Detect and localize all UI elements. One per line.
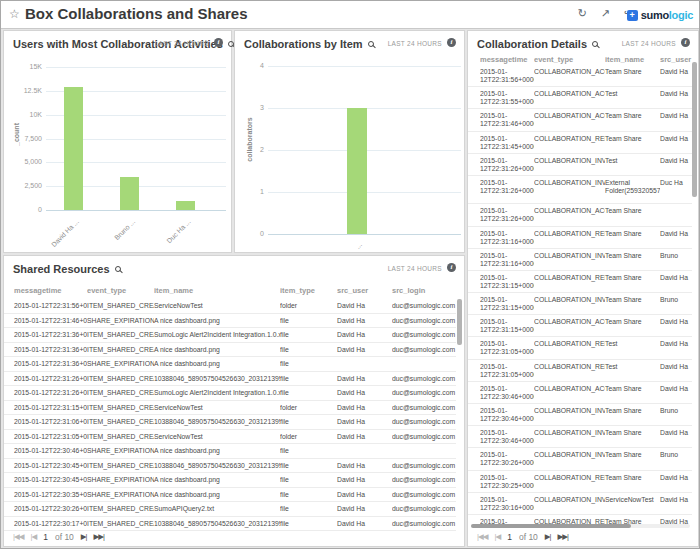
timestamp-line: 2015-01- xyxy=(480,496,531,504)
open-search-icon[interactable] xyxy=(115,266,121,272)
horizontal-scrollbar[interactable] xyxy=(471,524,690,528)
table-cell: Test xyxy=(605,340,660,358)
table-cell: file xyxy=(280,343,337,357)
table-cell: duc@sumologic.com xyxy=(392,517,456,531)
table-cell: 2015-01-12T22:30:35+0000 xyxy=(14,488,87,502)
timestamp-line: 12T22:31:16+0000 xyxy=(480,238,531,246)
table-cell: David Ha xyxy=(660,363,692,381)
table-cell: David Ha xyxy=(337,415,392,429)
table-cell: 2015-01-12T22:30:46+0000 xyxy=(480,429,534,447)
bar[interactable] xyxy=(120,177,139,210)
last-page-icon[interactable]: ▶▶| xyxy=(94,532,104,541)
table-header-row: messagetimeevent_typeitem_namesrc_user xyxy=(468,55,692,64)
page-number[interactable]: 1 xyxy=(507,532,512,542)
table-cell: Team Share xyxy=(605,407,660,425)
table-cell xyxy=(660,207,692,225)
info-icon[interactable]: i xyxy=(447,263,456,272)
table-body: 2015-01-12T22:31:56+0000ITEM_SHARED_CREA… xyxy=(4,299,456,531)
table-cell: 2015-01-12T22:30:45+0000 xyxy=(14,473,87,487)
bar[interactable] xyxy=(64,87,83,210)
table-row: 2015-01-12T22:31:36+0000ITEM_SHARED_CREA… xyxy=(4,343,456,358)
table-row: 2015-01-12T22:31:15+0000COLLABORATION_IN… xyxy=(468,293,692,315)
table-cell: COLLABORATION_REMOVE xyxy=(534,274,605,292)
timestamp-line: 2015-01- xyxy=(480,296,531,304)
table-cell: Test xyxy=(605,363,660,381)
prev-page-icon[interactable]: |◀ xyxy=(494,532,500,541)
page-number[interactable]: 1 xyxy=(43,532,48,542)
table-cell: COLLABORATION_REMOVE xyxy=(534,135,605,153)
table-cell: SHARE_EXPIRATION xyxy=(87,488,154,502)
column-header: event_type xyxy=(534,55,605,64)
table-cell: file xyxy=(280,502,337,516)
table-cell: COLLABORATION_ACCEPT xyxy=(534,90,605,108)
bar[interactable] xyxy=(347,108,367,234)
table-cell: COLLABORATION_INVITE xyxy=(534,407,605,425)
table-row: 2015-01-12T22:31:26+0000COLLABORATION_IN… xyxy=(468,176,692,204)
bar[interactable] xyxy=(176,201,195,210)
table-cell: Team Share xyxy=(605,252,660,270)
table-cell: 2015-01-12T22:31:36+0000 xyxy=(14,328,87,342)
table-cell: David Ha xyxy=(337,502,392,516)
vertical-scrollbar[interactable] xyxy=(692,62,697,197)
y-tick-label: 10K xyxy=(4,111,42,118)
timestamp-line: 2015-01- xyxy=(480,363,531,371)
x-tick-label: ... xyxy=(355,241,364,250)
table-cell: COLLABORATION_REMOVE xyxy=(534,340,605,358)
table-cell: duc@sumologic.com xyxy=(392,473,456,487)
table-cell: file xyxy=(280,314,337,328)
table-cell: Duc Ha xyxy=(660,179,692,203)
table-cell: 2015-01-12T22:31:26+0000 xyxy=(480,179,534,203)
table-cell: COLLABORATION_INVITE xyxy=(534,429,605,447)
prev-page-icon[interactable]: |◀ xyxy=(30,532,36,541)
last-page-icon[interactable]: ▶▶| xyxy=(558,532,568,541)
favorite-star-icon[interactable]: ☆ xyxy=(9,7,20,21)
next-page-icon[interactable]: ▶| xyxy=(545,532,551,541)
sumologic-logo-mark-icon: + xyxy=(627,10,638,21)
table-row: 2015-01-12T22:31:45+0000COLLABORATION_RE… xyxy=(468,132,692,154)
vertical-scrollbar[interactable] xyxy=(457,299,462,345)
table-cell: ITEM_SHARED_CREATE xyxy=(87,386,154,400)
table-cell: 2015-01-12T22:31:26+0000 xyxy=(14,386,87,400)
next-page-icon[interactable]: ▶| xyxy=(81,532,87,541)
timestamp-line: 12T22:31:26+0000 xyxy=(480,187,531,195)
open-search-icon[interactable] xyxy=(592,41,598,47)
timestamp-line: 2015-01- xyxy=(480,274,531,282)
table-cell: COLLABORATION_ACCEPT xyxy=(534,318,605,336)
timestamp-line: 2015-01- xyxy=(480,135,531,143)
table-cell: COLLABORATION_ACCEPT xyxy=(534,385,605,403)
table-cell: David Ha xyxy=(337,299,392,313)
table-cell: ITEM_SHARED_CREATE xyxy=(87,372,154,386)
table-cell: ServiceNowTest xyxy=(605,496,660,514)
column-header: src_login xyxy=(392,286,456,295)
table-cell: Team Share xyxy=(605,68,660,86)
table-cell: Test xyxy=(605,157,660,175)
timestamp-line: 12T22:31:26+0000 xyxy=(480,165,531,173)
panel-collaboration-details: Collaboration Details LAST 24 HOURS i me… xyxy=(467,30,699,547)
x-axis-line xyxy=(46,210,226,211)
column-header: src_user xyxy=(660,55,692,64)
refresh-icon[interactable]: ↻ xyxy=(578,7,587,20)
info-icon[interactable]: i xyxy=(681,38,690,47)
table-row: 2015-01-12T22:30:45+0000SHARE_EXPIRATION… xyxy=(4,473,456,488)
timestamp-line: 12T22:31:16+0000 xyxy=(480,260,531,268)
column-header: item_type xyxy=(280,286,337,295)
table-row: 2015-01-12T22:31:16+0000COLLABORATION_RE… xyxy=(468,227,692,249)
table-cell: SHARE_EXPIRATION xyxy=(87,314,154,328)
table-cell: 2015-01-12T22:30:45+0000 xyxy=(14,459,87,473)
column-header: event_type xyxy=(87,286,154,295)
table-cell: file xyxy=(280,386,337,400)
table-cell: ITEM_SHARED_CREATE xyxy=(87,459,154,473)
column-header: messagetime xyxy=(480,55,534,64)
table-cell: ITEM_SHARED_CREATE xyxy=(87,502,154,516)
table-cell: COLLABORATION_INVITE xyxy=(534,496,605,514)
table-cell: 2015-01-12T22:31:15+0000 xyxy=(14,401,87,415)
first-page-icon[interactable]: |◀◀ xyxy=(477,532,487,541)
table-row: 2015-01-12T22:31:26+0000ITEM_SHARED_CREA… xyxy=(4,386,456,401)
table-cell: duc@sumologic.com xyxy=(392,314,456,328)
table-cell: Bruno xyxy=(660,252,692,270)
table-cell: David Ha xyxy=(660,68,692,86)
first-page-icon[interactable]: |◀◀ xyxy=(13,532,23,541)
table-cell: 2015-01-12T22:31:15+0000 xyxy=(480,296,534,314)
expand-icon[interactable]: ↗ xyxy=(601,7,610,20)
horizontal-scrollbar-thumb[interactable] xyxy=(471,524,631,528)
